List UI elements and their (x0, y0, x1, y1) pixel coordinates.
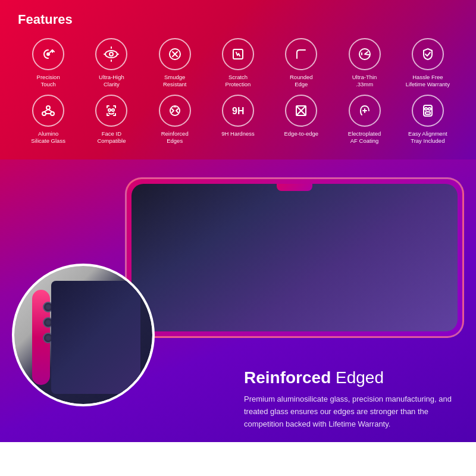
features-section: Features PrecisionTouch Ultra-Hig (0, 0, 476, 159)
svg-point-14 (170, 106, 180, 115)
feature-ultra-clarity: Ultra-HighClarity (81, 38, 142, 89)
feature-rounded-edge: RoundedEdge (271, 38, 331, 89)
svg-line-10 (48, 109, 52, 112)
electroplated-icon (349, 95, 381, 127)
smudge-label: SmudgeResistant (163, 74, 187, 89)
svg-text:9H: 9H (232, 106, 244, 116)
phone-body (125, 177, 464, 338)
features-grid-row1: PrecisionTouch Ultra-HighClarity SmudgeR… (18, 38, 458, 145)
alumino-icon (32, 95, 64, 127)
svg-point-7 (42, 112, 46, 115)
precision-touch-label: PrecisionTouch (37, 74, 60, 89)
reinforced-bold: Reinforced (244, 368, 331, 387)
circle-inner (14, 266, 152, 404)
svg-point-20 (425, 108, 427, 110)
svg-point-21 (428, 108, 431, 110)
feature-9h: 9H 9H Hardness (208, 95, 268, 145)
scratch-icon (222, 38, 254, 70)
reinforced-edges-icon (159, 95, 191, 127)
reinforced-regular: Edged (331, 368, 384, 387)
ultra-thin-icon (349, 38, 381, 70)
svg-point-0 (46, 52, 50, 56)
ultra-thin-label: Ultra-Thin.33mm (352, 74, 377, 89)
svg-rect-22 (425, 112, 430, 114)
electroplated-label: ElectroplatedAF Coating (348, 130, 381, 145)
feature-scratch: ScratchProtection (208, 38, 268, 89)
9h-icon: 9H (222, 95, 254, 127)
edge-to-edge-label: Edge-to-edge (284, 130, 318, 137)
svg-point-12 (108, 109, 111, 111)
phone-screen (131, 184, 458, 331)
rounded-edge-icon (285, 38, 317, 70)
9h-label: 9H Hardness (221, 130, 254, 137)
alignment-label: Easy AlignmentTray Included (408, 130, 447, 145)
bottom-section: Reinforced Edged Premium aluminosilicate… (0, 159, 476, 442)
feature-smudge: SmudgeResistant (145, 38, 205, 89)
warranty-icon (412, 38, 444, 70)
edge-to-edge-icon (285, 95, 317, 127)
phone-mockup (107, 177, 464, 344)
phone-notch (277, 184, 312, 191)
warranty-label: Hassle FreeLifetime Warranty (406, 74, 450, 89)
scratch-label: ScratchProtection (226, 74, 251, 89)
svg-point-1 (105, 51, 117, 58)
svg-point-2 (109, 52, 113, 56)
feature-alignment: Easy AlignmentTray Included (397, 95, 458, 145)
reinforced-edges-label: ReinforcedEdges (161, 130, 189, 145)
feature-electroplated: ElectroplatedAF Coating (334, 95, 394, 145)
feature-precision-touch: PrecisionTouch (18, 38, 79, 89)
reinforced-description: Premium aluminosilicate glass, precision… (244, 393, 458, 430)
circle-detail (12, 264, 155, 406)
face-id-icon (95, 95, 127, 127)
svg-point-8 (51, 112, 54, 115)
feature-ultra-thin: Ultra-Thin.33mm (334, 38, 394, 89)
feature-face-id: Face IDCompatible (81, 95, 142, 145)
ultra-clarity-icon (95, 38, 127, 70)
smudge-icon (159, 38, 191, 70)
circle-screen-area (51, 281, 140, 394)
features-title: Features (18, 12, 458, 27)
precision-touch-icon (32, 38, 64, 70)
svg-line-9 (44, 109, 48, 112)
ultra-clarity-label: Ultra-HighClarity (99, 74, 124, 89)
feature-edge-to-edge: Edge-to-edge (271, 95, 331, 145)
feature-reinforced-edges: ReinforcedEdges (145, 95, 205, 145)
svg-point-6 (46, 106, 50, 109)
feature-alumino: AluminoSilicate Glass (18, 95, 79, 145)
face-id-label: Face IDCompatible (97, 130, 126, 145)
svg-point-13 (112, 109, 114, 111)
rounded-edge-label: RoundedEdge (290, 74, 313, 89)
feature-warranty: Hassle FreeLifetime Warranty (397, 38, 458, 89)
reinforced-title: Reinforced Edged (244, 368, 458, 387)
bottom-text-area: Reinforced Edged Premium aluminosilicate… (244, 368, 458, 430)
alignment-icon (412, 95, 444, 127)
alumino-label: AluminoSilicate Glass (31, 130, 65, 145)
